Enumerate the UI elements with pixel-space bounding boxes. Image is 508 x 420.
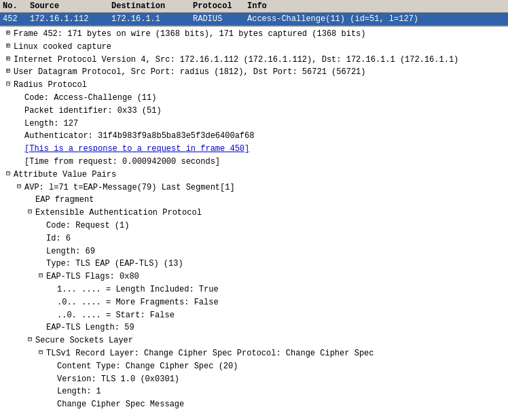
udp-row[interactable]: ⊞ User Datagram Protocol, Src Port: radi… xyxy=(0,66,508,79)
frame-label: Frame 452: 171 bytes on wire (1368 bits)… xyxy=(14,29,365,40)
avp-section-label: Attribute Value Pairs xyxy=(14,169,116,181)
selected-packet-row[interactable]: 452 172.16.1.112 172.16.1.1 RADIUS Acces… xyxy=(0,13,508,25)
radius-length-row: Length: 127 xyxy=(0,118,508,130)
eap-tls-flag-more: .0.. .... = More Fragments: False xyxy=(57,297,219,309)
eap-tls-flag-more-row: .0.. .... = More Fragments: False xyxy=(0,296,508,309)
radius-response-link[interactable]: [This is a response to a request in fram… xyxy=(24,143,249,155)
eap-code: Code: Request (1) xyxy=(46,220,129,232)
radius-time-row: [Time from request: 0.000942000 seconds] xyxy=(0,156,508,169)
eap-fragment-row: EAP fragment xyxy=(0,194,508,207)
col-header-source: Source xyxy=(30,1,111,11)
radius-packet-id: Packet identifier: 0x33 (51) xyxy=(24,105,162,117)
packet-info: Access-Challenge(11) (id=51, l=127) xyxy=(247,14,505,24)
ssl-row[interactable]: ⊟ Secure Sockets Layer xyxy=(0,334,508,347)
linux-cooked-row[interactable]: ⊞ Linux cooked capture xyxy=(0,41,508,54)
ip-row[interactable]: ⊞ Internet Protocol Version 4, Src: 172.… xyxy=(0,54,508,67)
eap-tls-length-row: EAP-TLS Length: 59 xyxy=(0,321,508,334)
avp-row[interactable]: ⊟ AVP: l=71 t=EAP-Message(79) Last Segme… xyxy=(0,181,508,194)
eap-fragment-label: EAP fragment xyxy=(35,194,94,206)
ip-label: Internet Protocol Version 4, Src: 172.16… xyxy=(14,54,458,66)
linux-cooked-expand-icon[interactable]: ⊞ xyxy=(3,41,14,51)
eap-tls-flag-length-row: 1... .... = Length Included: True xyxy=(0,283,508,296)
eap-tls-length: EAP-TLS Length: 59 xyxy=(46,322,134,334)
eap-length-row: Length: 69 xyxy=(0,245,508,258)
eap-id: Id: 6 xyxy=(46,233,71,245)
radius-code-spacer xyxy=(14,92,24,102)
eap-tls-flag-length: 1... .... = Length Included: True xyxy=(57,284,219,296)
eap-tls-flag-start-row: ..0. .... = Start: False xyxy=(0,309,508,322)
eap-tls-flag-start: ..0. .... = Start: False xyxy=(57,310,175,321)
eap-type: Type: TLS EAP (EAP-TLS) (13) xyxy=(46,258,183,270)
tlsv1-r1-length: Length: 1 xyxy=(57,386,101,398)
tlsv1-r1-length-row: Length: 1 xyxy=(0,385,508,398)
radius-time: [Time from request: 0.000942000 seconds] xyxy=(24,156,220,168)
col-header-info: Info xyxy=(247,1,505,11)
packet-destination: 172.16.1.1 xyxy=(111,14,193,24)
udp-label: User Datagram Protocol, Src Port: radius… xyxy=(14,67,365,78)
col-header-destination: Destination xyxy=(111,1,193,11)
tlsv1-record1-expand-icon[interactable]: ⊟ xyxy=(35,348,46,357)
radius-label: Radius Protocol xyxy=(14,80,87,91)
radius-authenticator: Authenticator: 31f4b983f9a8b5ba83e5f3de6… xyxy=(24,130,254,142)
tlsv1-record1-row[interactable]: ⊟ TLSv1 Record Layer: Change Cipher Spec… xyxy=(0,347,508,360)
frame-expand-icon[interactable]: ⊞ xyxy=(3,29,14,38)
table-header: No. Source Destination Protocol Info xyxy=(0,0,508,13)
eap-tls-flags-expand-icon[interactable]: ⊟ xyxy=(35,271,46,281)
ssl-expand-icon[interactable]: ⊟ xyxy=(24,335,35,345)
avp-label: AVP: l=71 t=EAP-Message(79) Last Segment… xyxy=(24,182,235,194)
eap-tls-flags-row[interactable]: ⊟ EAP-TLS Flags: 0x80 xyxy=(0,270,508,283)
packet-no: 452 xyxy=(3,14,30,24)
tlsv1-r1-message-row: Change Cipher Spec Message xyxy=(0,398,508,411)
ssl-label: Secure Sockets Layer xyxy=(35,335,133,347)
radius-response-link-row[interactable]: [This is a response to a request in fram… xyxy=(0,143,508,156)
radius-expand-icon[interactable]: ⊟ xyxy=(3,80,14,89)
udp-expand-icon[interactable]: ⊞ xyxy=(3,67,14,76)
radius-code-row: Code: Access-Challenge (11) xyxy=(0,92,508,105)
eap-expand-icon[interactable]: ⊟ xyxy=(24,207,35,217)
linux-cooked-label: Linux cooked capture xyxy=(14,41,111,53)
col-header-no: No. xyxy=(3,1,30,11)
eap-length: Length: 69 xyxy=(46,246,95,258)
packet-source: 172.16.1.112 xyxy=(30,14,111,24)
avp-expand-icon[interactable]: ⊟ xyxy=(14,182,24,192)
packet-protocol: RADIUS xyxy=(193,14,247,24)
frame-row[interactable]: ⊞ Frame 452: 171 bytes on wire (1368 bit… xyxy=(0,28,508,41)
radius-length: Length: 127 xyxy=(24,118,78,130)
avp-section-row[interactable]: ⊟ Attribute Value Pairs xyxy=(0,169,508,181)
tlsv1-r1-content-type: Content Type: Change Cipher Spec (20) xyxy=(57,361,238,372)
radius-row[interactable]: ⊟ Radius Protocol xyxy=(0,79,508,92)
col-header-protocol: Protocol xyxy=(193,1,247,11)
tlsv1-r1-message: Change Cipher Spec Message xyxy=(57,399,184,410)
radius-auth-row: Authenticator: 31f4b983f9a8b5ba83e5f3de6… xyxy=(0,130,508,143)
avp-section-expand-icon[interactable]: ⊟ xyxy=(3,169,14,179)
eap-id-row: Id: 6 xyxy=(0,232,508,245)
radius-code: Code: Access-Challenge (11) xyxy=(24,92,156,104)
eap-tls-flags-label: EAP-TLS Flags: 0x80 xyxy=(46,271,139,283)
detail-panel: ⊞ Frame 452: 171 bytes on wire (1368 bit… xyxy=(0,25,508,411)
eap-type-row: Type: TLS EAP (EAP-TLS) (13) xyxy=(0,258,508,270)
tlsv1-r1-version-row: Version: TLS 1.0 (0x0301) xyxy=(0,373,508,386)
eap-label: Extensible Authentication Protocol xyxy=(35,207,202,219)
radius-packet-id-row: Packet identifier: 0x33 (51) xyxy=(0,105,508,118)
tlsv1-r1-version: Version: TLS 1.0 (0x0301) xyxy=(57,374,179,385)
eap-code-row: Code: Request (1) xyxy=(0,220,508,232)
tlsv1-record1-label: TLSv1 Record Layer: Change Cipher Spec P… xyxy=(46,348,374,360)
eap-row[interactable]: ⊟ Extensible Authentication Protocol xyxy=(0,207,508,220)
tlsv1-r1-content-type-row: Content Type: Change Cipher Spec (20) xyxy=(0,360,508,373)
ip-expand-icon[interactable]: ⊞ xyxy=(3,54,14,64)
